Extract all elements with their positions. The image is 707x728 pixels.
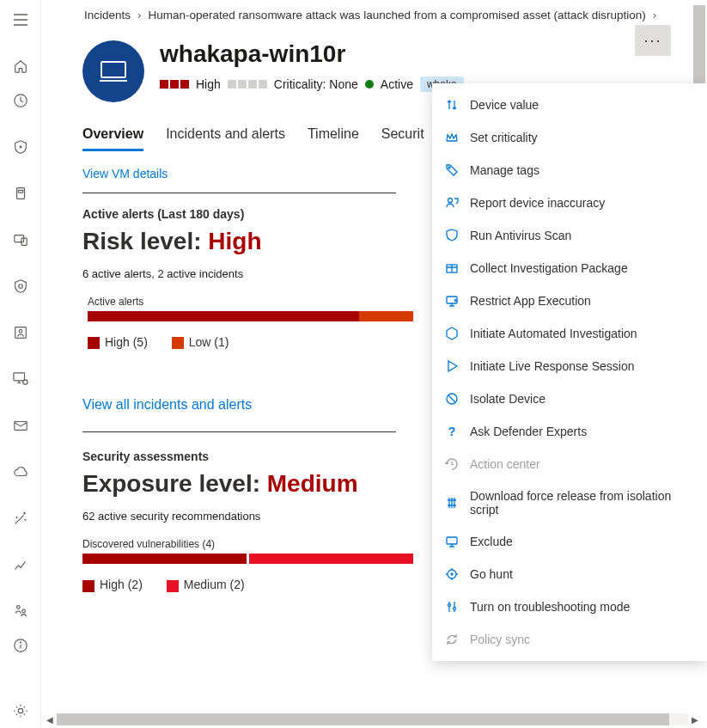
menu-label: Initiate Automated Investigation <box>470 327 637 340</box>
horizontal-scrollbar[interactable]: ◀ ▶ <box>43 713 702 726</box>
menu-label: Restrict App Execution <box>470 294 591 308</box>
more-actions-button[interactable]: ··· <box>635 25 671 56</box>
info-icon[interactable] <box>0 628 41 663</box>
endpoint-icon[interactable] <box>0 362 41 396</box>
svg-point-21 <box>20 642 21 643</box>
menu-live-response[interactable]: Initiate Live Response Session <box>432 350 707 382</box>
settings-icon[interactable] <box>0 694 41 728</box>
view-vm-link[interactable]: View VM details <box>82 167 396 193</box>
menu-label: Action center <box>470 457 540 471</box>
target-icon <box>444 566 460 582</box>
menu-label: Initiate Live Response Session <box>470 359 634 373</box>
legend-high-label: High (5) <box>105 335 148 349</box>
svg-point-32 <box>451 573 453 575</box>
breadcrumb: Incidents › Human-operated ransomware at… <box>76 0 707 25</box>
scroll-right-icon[interactable]: ▶ <box>688 713 702 726</box>
mail-icon[interactable] <box>0 408 41 443</box>
swatch-icon <box>172 337 184 349</box>
alerts-bar-chart <box>88 311 413 321</box>
scrollbar-thumb[interactable] <box>57 713 669 725</box>
actions-dropdown: Device value Set criticality Manage tags… <box>432 83 707 661</box>
menu-label: Ask Defender Experts <box>470 425 587 438</box>
history-icon <box>444 456 460 472</box>
risk-label: High <box>196 77 221 91</box>
breadcrumb-incident[interactable]: Human-operated ransomware attack was lau… <box>149 9 646 21</box>
shield-icon[interactable] <box>0 130 41 164</box>
menu-report-inaccuracy[interactable]: Report device inaccuracy <box>432 187 707 219</box>
exposure-level-prefix: Exposure level: <box>82 470 267 497</box>
swatch-icon <box>88 337 100 349</box>
menu-label: Set criticality <box>470 131 538 144</box>
reports-icon[interactable] <box>0 548 41 582</box>
svg-point-18 <box>21 609 25 613</box>
menu-set-criticality[interactable]: Set criticality <box>432 121 707 154</box>
exposure-level-value: Medium <box>267 470 358 497</box>
cloud-icon[interactable] <box>0 455 41 489</box>
vuln-bar-chart <box>82 554 413 564</box>
menu-label: Turn on troubleshooting mode <box>470 600 630 614</box>
tab-timeline[interactable]: Timeline <box>308 126 359 151</box>
menu-restrict-app[interactable]: Restrict App Execution <box>432 284 707 317</box>
risk-level-value: High <box>208 228 261 254</box>
menu-label: Collect Investigation Package <box>470 261 628 275</box>
svg-point-25 <box>448 167 450 168</box>
menu-device-value[interactable]: Device value <box>432 89 707 121</box>
risk-indicator-icon <box>160 80 189 89</box>
menu-download-script[interactable]: Download force release from isolation sc… <box>432 480 707 525</box>
tab-incidents[interactable]: Incidents and alerts <box>166 126 285 151</box>
bar-segment-low <box>359 311 413 321</box>
menu-go-hunt[interactable]: Go hunt <box>432 558 707 590</box>
menu-exclude[interactable]: Exclude <box>432 525 707 558</box>
risk-level-prefix: Risk level: <box>82 228 208 254</box>
script-icon <box>444 495 460 511</box>
app-icon[interactable] <box>0 176 41 211</box>
legend-high-label: High (2) <box>100 578 143 591</box>
criticality-indicator-icon <box>228 80 267 89</box>
tab-overview[interactable]: Overview <box>82 126 143 151</box>
menu-ask-experts[interactable]: ?Ask Defender Experts <box>432 415 707 448</box>
svg-point-34 <box>454 608 456 610</box>
home-icon[interactable] <box>0 49 41 83</box>
device-avatar <box>82 40 144 102</box>
crown-icon <box>444 130 460 145</box>
shield-settings-icon[interactable] <box>0 269 41 303</box>
menu-label: Download force release from isolation sc… <box>470 489 695 517</box>
tab-security[interactable]: Securit <box>381 126 424 151</box>
monitor-icon <box>444 534 460 549</box>
menu-isolate[interactable]: Isolate Device <box>432 382 707 415</box>
wand-icon[interactable] <box>0 501 41 535</box>
left-nav <box>0 0 41 728</box>
menu-antivirus[interactable]: Run Antivirus Scan <box>432 219 707 252</box>
breadcrumb-root[interactable]: Incidents <box>84 9 131 21</box>
svg-rect-5 <box>16 188 24 199</box>
svg-point-17 <box>16 606 20 609</box>
svg-rect-12 <box>13 373 24 381</box>
menu-policy-sync: Policy sync <box>432 623 707 656</box>
learning-icon[interactable] <box>0 594 41 628</box>
contact-icon[interactable] <box>0 315 41 350</box>
bar-segment-medium <box>249 554 413 564</box>
svg-rect-6 <box>18 190 22 193</box>
status-dot-icon <box>365 80 374 89</box>
menu-label: Manage tags <box>470 163 539 177</box>
svg-rect-30 <box>447 537 457 544</box>
menu-label: Report device inaccuracy <box>470 196 605 210</box>
tag-icon <box>444 162 460 178</box>
svg-point-15 <box>16 517 17 518</box>
menu-troubleshooting[interactable]: Turn on troubleshooting mode <box>432 590 707 623</box>
chevron-right-icon: › <box>653 9 657 21</box>
scroll-left-icon[interactable]: ◀ <box>43 713 57 726</box>
view-all-incidents-link[interactable]: View all incidents and alerts <box>82 397 396 432</box>
menu-investigation-pkg[interactable]: Collect Investigation Package <box>432 252 707 284</box>
clock-icon[interactable] <box>0 83 41 118</box>
menu-manage-tags[interactable]: Manage tags <box>432 154 707 187</box>
legend-high: High (5) <box>88 335 148 349</box>
device-subheader: High Criticality: None Active whaka <box>160 76 464 92</box>
svg-point-11 <box>19 329 22 333</box>
svg-point-33 <box>448 604 451 607</box>
menu-auto-investigation[interactable]: Initiate Automated Investigation <box>432 317 707 350</box>
devices-icon[interactable] <box>0 223 41 257</box>
hamburger-icon[interactable] <box>0 3 41 37</box>
scrollbar-track[interactable] <box>57 713 688 725</box>
status-label: Active <box>381 77 413 91</box>
